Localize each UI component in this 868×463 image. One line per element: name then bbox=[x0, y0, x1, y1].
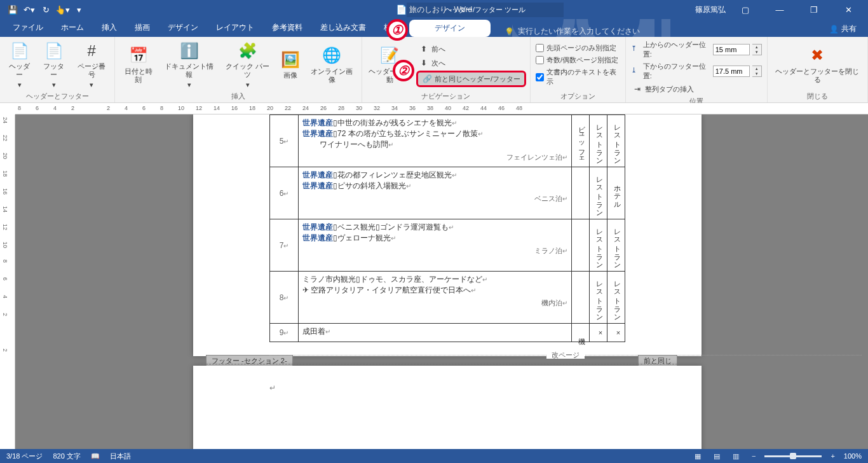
bulb-icon: 💡 bbox=[505, 27, 514, 36]
qat-more-icon[interactable]: ▾ bbox=[71, 2, 86, 17]
meal-cell: レストラン bbox=[607, 115, 625, 167]
zoom-in-icon[interactable]: + bbox=[827, 452, 838, 460]
meal-cell: ビュッフェ bbox=[572, 115, 590, 167]
footer-icon: 📄 bbox=[44, 41, 64, 61]
callout-2: ② bbox=[393, 60, 414, 81]
tab-insert[interactable]: 挿入 bbox=[93, 18, 126, 37]
info-icon: ℹ️ bbox=[179, 41, 200, 61]
minimize-icon[interactable]: — bbox=[765, 0, 794, 19]
zoom-out-icon[interactable]: − bbox=[748, 452, 759, 460]
ribbon-options-icon[interactable]: ▢ bbox=[731, 0, 760, 19]
date-icon: 📅 bbox=[128, 46, 149, 66]
header-button[interactable]: 📄ヘッダー▾ bbox=[4, 39, 36, 90]
link-previous-button[interactable]: 🔗前と同じヘッダー/フッター bbox=[416, 71, 526, 87]
header-top-row: ⤒上からのヘッダー位置:▲▼ bbox=[630, 39, 763, 60]
undo-icon[interactable]: ↶▾ bbox=[22, 2, 37, 17]
save-icon[interactable]: 💾 bbox=[5, 2, 20, 17]
page: 5↵ 世界遺産▯中世の街並みが残るシエナを観光↵ 世界遺産▯72 本の塔が立ち並… bbox=[193, 114, 702, 356]
ruler-vertical[interactable]: 242220181614121086422 bbox=[0, 114, 15, 453]
document-area[interactable]: 5↵ 世界遺産▯中世の街並みが残るシエナを観光↵ 世界遺産▯72 本の塔が立ち並… bbox=[15, 114, 868, 453]
bot-icon: ⤓ bbox=[631, 66, 641, 76]
close-x-icon: ✖ bbox=[807, 46, 827, 66]
tab-home[interactable]: ホーム bbox=[52, 18, 93, 37]
group-position: ⤒上からのヘッダー位置:▲▼ ⤓下からのフッター位置:▲▼ ⇥整列タブの挿入 位… bbox=[626, 37, 768, 102]
footer-button[interactable]: 📄フッター▾ bbox=[38, 39, 70, 90]
prev-icon: ⬆ bbox=[419, 44, 429, 54]
datetime-button[interactable]: 📅日付と時刻 bbox=[119, 39, 157, 90]
odd-even-check[interactable]: 奇数/偶数ページ別指定 bbox=[534, 55, 621, 66]
proofing-icon[interactable]: 📖 bbox=[91, 452, 100, 460]
tellme-search[interactable]: 💡実行したい作業を入力してください bbox=[505, 26, 640, 37]
header-icon: 📄 bbox=[10, 41, 30, 61]
tab-mailings[interactable]: 差し込み文書 bbox=[311, 18, 375, 37]
username[interactable]: 篠原篤弘 bbox=[695, 4, 726, 15]
spinner[interactable]: ▲▼ bbox=[752, 44, 762, 55]
contextual-tab-label: ヘッダー/フッター ツール bbox=[407, 3, 564, 17]
meal-cell: レストラン bbox=[590, 115, 607, 167]
tab-draw[interactable]: 描画 bbox=[126, 18, 159, 37]
tab-references[interactable]: 参考資料 bbox=[263, 18, 311, 37]
language[interactable]: 日本語 bbox=[110, 452, 131, 461]
quick-access-toolbar: 💾 ↶▾ ↻ 👆▾ ▾ bbox=[0, 2, 86, 17]
content-cell: 世界遺産▯中世の街並みが残るシエナを観光↵ 世界遺産▯72 本の塔が立ち並ぶサン… bbox=[299, 115, 572, 167]
close-icon[interactable]: ✕ bbox=[834, 0, 863, 19]
picture-icon: 🖼️ bbox=[280, 50, 301, 70]
statusbar: 3/18 ページ 820 文字 📖 日本語 ▦ ▤ ▥ − + 100% bbox=[0, 449, 868, 463]
top-icon: ⤒ bbox=[631, 45, 641, 55]
onlinepic-icon: 🌐 bbox=[322, 46, 342, 66]
tab-icon: ⇥ bbox=[632, 84, 642, 94]
ribbon: 📄ヘッダー▾ 📄フッター▾ #ページ番号▾ ヘッダーとフッター 📅日付と時刻 ℹ… bbox=[0, 37, 868, 103]
day-cell: 5↵ bbox=[270, 115, 299, 167]
header-top-input[interactable] bbox=[713, 44, 750, 55]
tab-layout[interactable]: レイアウト bbox=[207, 18, 263, 37]
tab-file[interactable]: ファイル bbox=[4, 18, 52, 37]
prev-button[interactable]: ⬆前へ bbox=[416, 43, 526, 55]
docinfo-button[interactable]: ℹ️ドキュメント情報▾ bbox=[160, 39, 219, 90]
group-options: 先頭ページのみ別指定 奇数/偶数ページ別指定 文書内のテキストを表示 オプション bbox=[531, 37, 626, 102]
next-icon: ⬇ bbox=[419, 58, 429, 68]
footer-bot-row: ⤓下からのフッター位置:▲▼ bbox=[630, 61, 763, 81]
next-button[interactable]: ⬇次へ bbox=[416, 57, 526, 69]
ribbon-tabs: ファイル ホーム 挿入 描画 デザイン レイアウト 参考資料 差し込み文書 校閲… bbox=[0, 19, 868, 37]
group-header-footer: 📄ヘッダー▾ 📄フッター▾ #ページ番号▾ ヘッダーとフッター bbox=[0, 37, 115, 102]
footer-bot-input[interactable] bbox=[713, 66, 750, 77]
pagenum-button[interactable]: #ページ番号▾ bbox=[72, 39, 111, 90]
close-hf-button[interactable]: ✖ヘッダーとフッターを閉じる bbox=[771, 39, 864, 90]
titlebar: 💾 ↶▾ ↻ 👆▾ ▾ 📄旅のしおり - Word ヘッダー/フッター ツール … bbox=[0, 0, 868, 19]
share-button[interactable]: 👤共有 bbox=[823, 21, 863, 37]
tab-page-design[interactable]: デザイン bbox=[159, 18, 207, 37]
tab-hf-design[interactable]: デザイン bbox=[409, 20, 491, 37]
callout-1: ① bbox=[386, 19, 408, 41]
weblayout-icon[interactable]: ▥ bbox=[729, 452, 743, 460]
parts-icon: 🧩 bbox=[238, 41, 258, 61]
page-indicator[interactable]: 3/18 ページ bbox=[6, 452, 43, 461]
group-close: ✖ヘッダーとフッターを閉じる 閉じる bbox=[768, 37, 868, 102]
page-next: ↵ bbox=[193, 366, 702, 453]
pagenum-icon: # bbox=[81, 41, 102, 61]
share-icon: 👤 bbox=[829, 25, 839, 34]
group-insert: 📅日付と時刻 ℹ️ドキュメント情報▾ 🧩クイック パーツ▾ 🖼️画像 🌐オンライ… bbox=[115, 37, 362, 102]
readmode-icon[interactable]: ▦ bbox=[691, 452, 705, 460]
group-navigation: 📝ヘッダーに移動 ② ⬆前へ ⬇次へ 🔗前と同じヘッダー/フッター ナビゲーショ… bbox=[362, 37, 531, 102]
word-count[interactable]: 820 文字 bbox=[53, 452, 80, 461]
link-icon: 🔗 bbox=[422, 74, 432, 84]
ruler-horizontal[interactable]: 8642246810121416182022242628303234363840… bbox=[15, 103, 868, 114]
restore-icon[interactable]: ❐ bbox=[799, 0, 829, 19]
show-text-check[interactable]: 文書内のテキストを表示 bbox=[534, 67, 621, 87]
quickparts-button[interactable]: 🧩クイック パーツ▾ bbox=[220, 39, 274, 90]
picture-button[interactable]: 🖼️画像 bbox=[277, 39, 304, 90]
onlinepic-button[interactable]: 🌐オンライン画像 bbox=[306, 39, 358, 90]
itinerary-table: 5↵ 世界遺産▯中世の街並みが残るシエナを観光↵ 世界遺産▯72 本の塔が立ち並… bbox=[269, 114, 625, 342]
zoom-level[interactable]: 100% bbox=[844, 452, 862, 460]
printlayout-icon[interactable]: ▤ bbox=[710, 452, 724, 460]
align-tab-button[interactable]: ⇥整列タブの挿入 bbox=[630, 83, 763, 95]
zoom-slider[interactable] bbox=[764, 455, 822, 457]
first-page-check[interactable]: 先頭ページのみ別指定 bbox=[534, 43, 621, 53]
redo-icon[interactable]: ↻ bbox=[38, 2, 53, 17]
section-divider bbox=[200, 364, 677, 364]
touch-icon[interactable]: 👆▾ bbox=[55, 2, 70, 17]
spinner[interactable]: ▲▼ bbox=[752, 66, 762, 77]
